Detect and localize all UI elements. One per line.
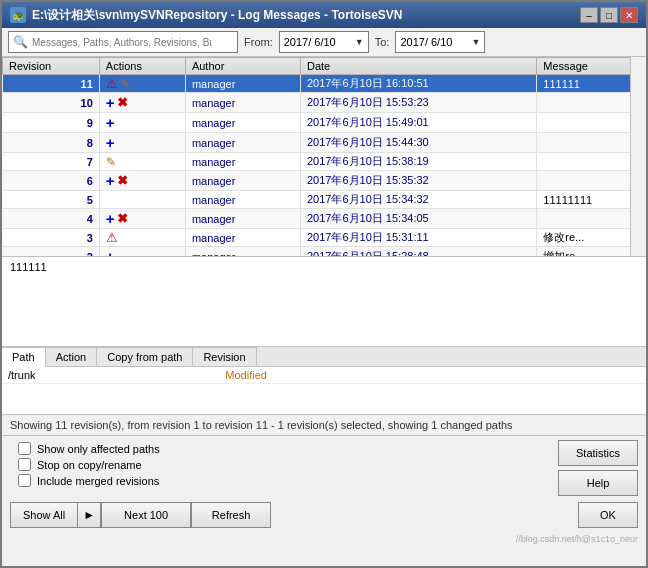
col-actions: Actions [99, 58, 185, 75]
table-row[interactable]: 3⚠manager2017年6月10日 15:31:11修改re... [3, 229, 646, 247]
ok-button[interactable]: OK [578, 502, 638, 528]
table-row[interactable]: 8+manager2017年6月10日 15:44:30 [3, 133, 646, 153]
tab-path[interactable]: Path [2, 347, 46, 367]
cell-author: manager [185, 229, 300, 247]
to-date-value: 2017/ 6/10 [400, 36, 452, 48]
help-button[interactable]: Help [558, 470, 638, 496]
table-header-row: Revision Actions Author Date Message [3, 58, 646, 75]
modify-icon: ✎ [120, 77, 130, 91]
statistics-button[interactable]: Statistics [558, 440, 638, 466]
col-revision: Revision [3, 58, 100, 75]
path-row[interactable]: /trunk Modified [2, 367, 646, 384]
col-author: Author [185, 58, 300, 75]
path-tabs: Path Action Copy from path Revision [2, 347, 646, 367]
stop-on-copy-checkbox[interactable] [18, 458, 31, 471]
left-button-group: Show All ► [10, 502, 101, 528]
from-date-picker[interactable]: 2017/ 6/10 ▼ [279, 31, 369, 53]
message-detail-text: 111111 [10, 261, 47, 273]
table-row[interactable]: 4+✖manager2017年6月10日 15:34:05 [3, 209, 646, 229]
stop-on-copy-option[interactable]: Stop on copy/rename [18, 458, 160, 471]
add-icon: + [106, 210, 115, 227]
warning-icon: ⚠ [106, 76, 118, 91]
path-revision-cell [580, 367, 646, 384]
table-row[interactable]: 11⚠✎manager2017年6月10日 16:10:51111111 [3, 75, 646, 93]
cell-actions: +✖ [99, 171, 185, 191]
cell-date: 2017年6月10日 15:34:32 [300, 191, 536, 209]
toolbar: 🔍 From: 2017/ 6/10 ▼ To: 2017/ 6/10 ▼ [2, 28, 646, 57]
col-date: Date [300, 58, 536, 75]
cell-date: 2017年6月10日 15:44:30 [300, 133, 536, 153]
include-merged-option[interactable]: Include merged revisions [18, 474, 160, 487]
path-list-container: /trunk Modified [2, 367, 646, 415]
cell-author: manager [185, 171, 300, 191]
search-box[interactable]: 🔍 [8, 31, 238, 53]
cell-author: manager [185, 153, 300, 171]
cell-date: 2017年6月10日 15:34:05 [300, 209, 536, 229]
from-date-value: 2017/ 6/10 [284, 36, 336, 48]
from-label: From: [244, 36, 273, 48]
app-icon: 🐢 [10, 7, 26, 23]
cell-author: manager [185, 209, 300, 229]
table-row[interactable]: 6+✖manager2017年6月10日 15:35:32 [3, 171, 646, 191]
table-row[interactable]: 7✎manager2017年6月10日 15:38:19 [3, 153, 646, 171]
watermark: //blog.csdn.net/h@s1c1o_neur [2, 534, 646, 546]
to-label: To: [375, 36, 390, 48]
delete-icon: ✖ [117, 173, 128, 188]
add-icon: + [106, 134, 115, 151]
cell-actions: + [99, 113, 185, 133]
maximize-button[interactable]: □ [600, 7, 618, 23]
show-affected-paths-option[interactable]: Show only affected paths [18, 442, 160, 455]
cell-actions: + [99, 247, 185, 258]
cell-date: 2017年6月10日 15:28:48 [300, 247, 536, 258]
include-merged-checkbox[interactable] [18, 474, 31, 487]
cell-revision: 8 [3, 133, 100, 153]
cell-actions: +✖ [99, 209, 185, 229]
show-all-arrow[interactable]: ► [78, 502, 101, 528]
search-input[interactable] [32, 37, 212, 48]
to-date-picker[interactable]: 2017/ 6/10 ▼ [395, 31, 485, 53]
cell-date: 2017年6月10日 15:35:32 [300, 171, 536, 191]
show-affected-paths-checkbox[interactable] [18, 442, 31, 455]
main-window: 🐢 E:\设计相关\svn\mySVNRepository - Log Mess… [0, 0, 648, 568]
cell-date: 2017年6月10日 15:31:11 [300, 229, 536, 247]
stop-on-copy-label: Stop on copy/rename [37, 459, 142, 471]
cell-revision: 9 [3, 113, 100, 133]
cell-date: 2017年6月10日 15:53:23 [300, 93, 536, 113]
cell-revision: 11 [3, 75, 100, 93]
tab-copy-from-path[interactable]: Copy from path [97, 347, 193, 366]
window-controls: – □ ✕ [580, 7, 638, 23]
cell-author: manager [185, 191, 300, 209]
window-title: E:\设计相关\svn\mySVNRepository - Log Messag… [32, 7, 403, 24]
add-icon: + [106, 172, 115, 189]
next-100-button[interactable]: Next 100 [101, 502, 191, 528]
to-date-arrow: ▼ [472, 37, 481, 47]
bottom-buttons-bar: Show All ► Next 100 Refresh OK [2, 496, 646, 534]
cell-author: manager [185, 133, 300, 153]
cell-revision: 2 [3, 247, 100, 258]
refresh-button[interactable]: Refresh [191, 502, 271, 528]
add-icon: + [106, 248, 115, 257]
table-row[interactable]: 9+manager2017年6月10日 15:49:01 [3, 113, 646, 133]
include-merged-label: Include merged revisions [37, 475, 159, 487]
add-icon: + [106, 94, 115, 111]
cell-revision: 7 [3, 153, 100, 171]
tab-action[interactable]: Action [46, 347, 98, 366]
message-detail-area: 111111 [2, 257, 646, 347]
table-row[interactable]: 2+manager2017年6月10日 15:28:48增加re... [3, 247, 646, 258]
cell-author: manager [185, 75, 300, 93]
table-row[interactable]: 5manager2017年6月10日 15:34:3211111111 [3, 191, 646, 209]
tab-revision[interactable]: Revision [193, 347, 256, 366]
table-row[interactable]: 10+✖manager2017年6月10日 15:53:23 [3, 93, 646, 113]
close-button[interactable]: ✕ [620, 7, 638, 23]
cell-actions: ⚠✎ [99, 75, 185, 93]
cell-date: 2017年6月10日 15:49:01 [300, 113, 536, 133]
cell-revision: 5 [3, 191, 100, 209]
cell-revision: 10 [3, 93, 100, 113]
vertical-scrollbar[interactable] [630, 57, 646, 256]
main-content: Revision Actions Author Date Message 11⚠… [2, 57, 646, 566]
cell-author: manager [185, 247, 300, 258]
show-all-button[interactable]: Show All [10, 502, 78, 528]
minimize-button[interactable]: – [580, 7, 598, 23]
cell-actions: +✖ [99, 93, 185, 113]
path-list-table: /trunk Modified [2, 367, 646, 384]
